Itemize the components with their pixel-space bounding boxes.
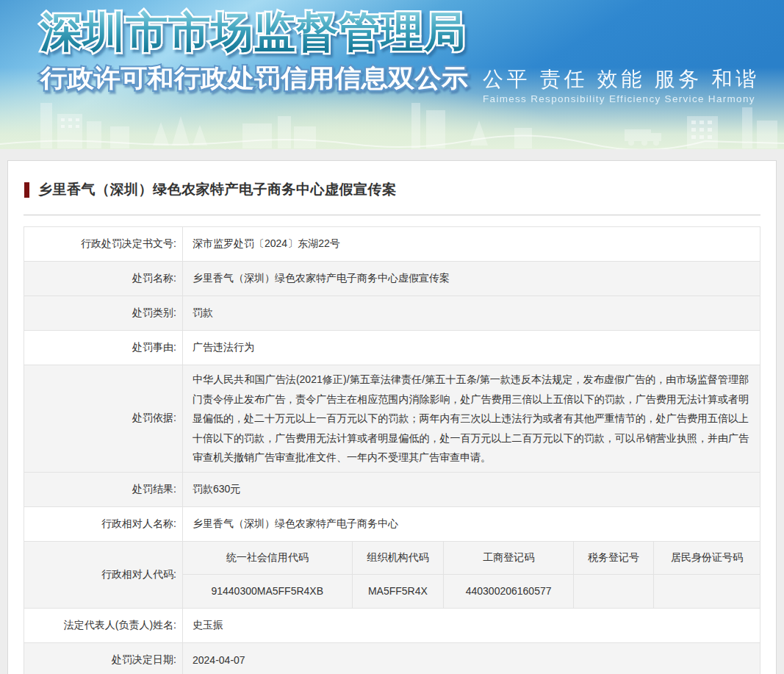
row-label: 法定代表人(负责人)姓名: — [24, 608, 183, 642]
page-title: 乡里香气（深圳）绿色农家特产电子商务中心虚假宣传案 — [38, 180, 397, 199]
code-value — [654, 575, 760, 608]
code-value — [573, 575, 653, 608]
code-column-header: 税务登记号 — [573, 542, 653, 575]
row-value: 深市监罗处罚〔2024〕东湖22号 — [183, 227, 760, 262]
penalty-info-table: 行政处罚决定书文号: 深市监罗处罚〔2024〕东湖22号 处罚名称: 乡里香气（… — [24, 226, 760, 674]
content-card: 乡里香气（深圳）绿色农家特产电子商务中心虚假宣传案 行政处罚决定书文号: 深市监… — [7, 160, 777, 674]
row-value: 罚款630元 — [183, 472, 760, 506]
title-accent-bar — [24, 182, 29, 198]
party-codes-values-row: 91440300MA5FF5R4XB MA5FF5R4X 44030020616… — [183, 575, 760, 608]
row-value: 乡里香气（深圳）绿色农家特产电子商务中心 — [183, 506, 760, 541]
party-codes-cell: 统一社会信用代码 组织机构代码 工商登记码 税务登记号 居民身份证号码 9144… — [183, 541, 760, 608]
table-row-document-number: 行政处罚决定书文号: 深市监罗处罚〔2024〕东湖22号 — [24, 227, 760, 262]
table-row-penalty-basis: 处罚依据: 中华人民共和国广告法(2021修正)/第五章法律责任/第五十五条/第… — [24, 365, 760, 473]
table-row-party-name: 行政相对人名称: 乡里香气（深圳）绿色农家特产电子商务中心 — [24, 506, 760, 541]
party-codes-header-row: 统一社会信用代码 组织机构代码 工商登记码 税务登记号 居民身份证号码 — [183, 542, 760, 575]
row-label: 处罚名称: — [24, 262, 183, 296]
table-row-penalty-category: 处罚类别: 罚款 — [24, 296, 760, 331]
code-column-header: 统一社会信用代码 — [183, 542, 352, 575]
table-row-decision-date: 处罚决定日期: 2024-04-07 — [24, 642, 760, 674]
table-row-penalty-reason: 处罚事由: 广告违法行为 — [24, 331, 760, 365]
row-label: 行政处罚决定书文号: — [24, 227, 183, 262]
site-banner: 深圳市市场监督管理局 行政许可和行政处罚信用信息双公示 公平 责任 效能 服务 … — [0, 0, 784, 149]
row-value: 乡里香气（深圳）绿色农家特产电子商务中心虚假宣传案 — [183, 262, 760, 296]
code-column-header: 组织机构代码 — [352, 542, 444, 575]
row-label: 行政相对人名称: — [24, 506, 183, 541]
row-value: 2024-04-07 — [183, 642, 760, 674]
banner-subtitle: 行政许可和行政处罚信用信息双公示 — [40, 64, 468, 92]
row-value: 广告违法行为 — [183, 331, 760, 365]
row-value: 史玉振 — [183, 608, 760, 642]
row-value: 中华人民共和国广告法(2021修正)/第五章法律责任/第五十五条/第一款违反本法… — [183, 365, 760, 473]
title-divider — [24, 215, 760, 215]
banner-graphic: 深圳市市场监督管理局 行政许可和行政处罚信用信息双公示 公平 责任 效能 服务 … — [0, 0, 784, 149]
row-label: 处罚事由: — [24, 331, 183, 365]
code-value: MA5FF5R4X — [352, 575, 444, 608]
row-label: 处罚类别: — [24, 296, 183, 331]
table-row-party-codes: 行政相对人代码: 统一社会信用代码 组织机构代码 工商登记码 税务登记号 — [24, 541, 760, 608]
row-label: 处罚依据: — [24, 365, 183, 473]
code-value: 440300206160577 — [444, 575, 574, 608]
table-row-penalty-name: 处罚名称: 乡里香气（深圳）绿色农家特产电子商务中心虚假宣传案 — [24, 262, 760, 296]
party-codes-table: 统一社会信用代码 组织机构代码 工商登记码 税务登记号 居民身份证号码 9144… — [183, 542, 760, 608]
code-column-header: 工商登记码 — [444, 542, 574, 575]
row-label: 处罚结果: — [24, 472, 183, 506]
code-value: 91440300MA5FF5R4XB — [183, 575, 352, 608]
row-label: 处罚决定日期: — [24, 642, 183, 674]
table-row-legal-representative: 法定代表人(负责人)姓名: 史玉振 — [24, 608, 760, 642]
code-column-header: 居民身份证号码 — [654, 542, 760, 575]
banner-slogan-english: Faimess Responsibility Efficiency Servic… — [483, 93, 755, 104]
row-label: 行政相对人代码: — [24, 541, 183, 608]
banner-title: 深圳市市场监督管理局 — [40, 8, 467, 55]
row-value: 罚款 — [183, 296, 760, 331]
table-row-penalty-result: 处罚结果: 罚款630元 — [24, 472, 760, 506]
case-title-row: 乡里香气（深圳）绿色农家特产电子商务中心虚假宣传案 — [24, 180, 769, 199]
